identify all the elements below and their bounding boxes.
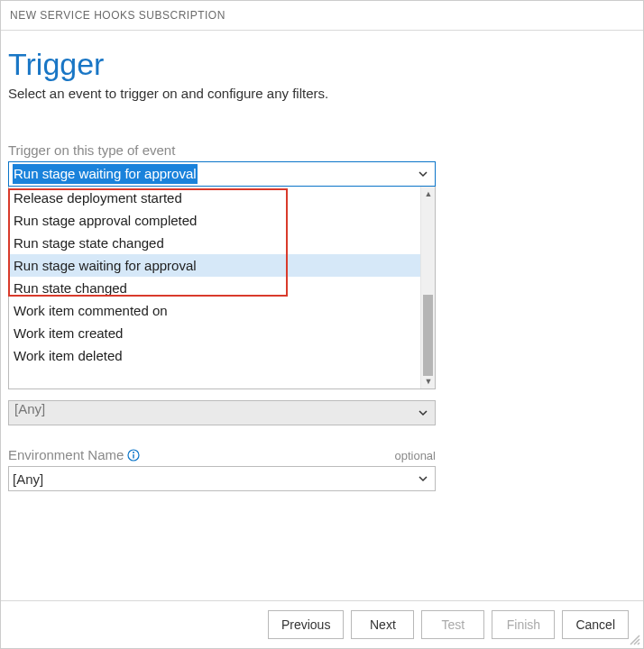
svg-rect-2 <box>133 454 134 459</box>
finish-button: Finish <box>492 610 555 639</box>
any-value: [Any] <box>14 401 45 416</box>
scroll-down-icon[interactable]: ▼ <box>421 374 436 388</box>
chevron-down-icon <box>417 168 429 180</box>
trigger-label: Trigger on this type of event <box>8 142 436 158</box>
environment-label-text: Environment Name <box>8 447 124 462</box>
info-icon[interactable] <box>127 449 140 462</box>
dropdown-item[interactable]: Work item commented on <box>9 299 420 322</box>
chevron-down-icon <box>417 472 429 485</box>
page-subtitle: Select an event to trigger on and config… <box>8 86 616 101</box>
dropdown-item[interactable]: Release deployment started <box>9 187 420 209</box>
close-button[interactable] <box>614 6 632 24</box>
dropdown-item[interactable]: Run stage approval completed <box>9 209 420 232</box>
previous-button[interactable]: Previous <box>268 610 344 639</box>
trigger-dropdown-list[interactable]: Release deployment startedRun stage appr… <box>8 187 436 389</box>
scrollbar[interactable]: ▲ ▼ <box>420 187 435 388</box>
trigger-select-value: Run stage waiting for approval <box>13 164 198 184</box>
any-input-disabled: [Any] <box>8 400 436 425</box>
dialog: NEW SERVICE HOOKS SUBSCRIPTION Trigger S… <box>0 0 644 649</box>
optional-label: optional <box>394 449 436 462</box>
page-title: Trigger <box>8 47 616 82</box>
resize-grip[interactable] <box>629 634 641 646</box>
cancel-button[interactable]: Cancel <box>562 610 629 639</box>
environment-select[interactable]: [Any] <box>8 466 436 491</box>
dropdown-item[interactable]: Work item deleted <box>9 344 420 367</box>
scroll-thumb[interactable] <box>423 295 433 376</box>
environment-select-value: [Any] <box>13 471 43 487</box>
dropdown-item[interactable]: Run state changed <box>9 277 420 299</box>
scroll-up-icon[interactable]: ▲ <box>421 187 436 201</box>
dropdown-item[interactable]: Run stage state changed <box>9 232 420 254</box>
test-button: Test <box>421 610 484 639</box>
dialog-footer: Previous Next Test Finish Cancel <box>1 600 643 648</box>
svg-point-1 <box>133 452 134 453</box>
dropdown-options: Release deployment startedRun stage appr… <box>9 187 420 367</box>
environment-label: Environment Name <box>8 447 140 462</box>
dialog-title: NEW SERVICE HOOKS SUBSCRIPTION <box>10 9 225 22</box>
dropdown-item[interactable]: Run stage waiting for approval <box>9 254 420 277</box>
chevron-down-icon <box>417 407 429 419</box>
trigger-field: Trigger on this type of event Run stage … <box>8 142 436 389</box>
next-button[interactable]: Next <box>351 610 414 639</box>
trigger-select[interactable]: Run stage waiting for approval <box>8 161 436 187</box>
any-field: [Any] <box>8 400 436 425</box>
dialog-body: Trigger Select an event to trigger on an… <box>1 31 643 600</box>
titlebar: NEW SERVICE HOOKS SUBSCRIPTION <box>1 1 643 31</box>
environment-field: Environment Name optional [Any] <box>8 447 436 491</box>
dropdown-item[interactable]: Work item created <box>9 322 420 344</box>
